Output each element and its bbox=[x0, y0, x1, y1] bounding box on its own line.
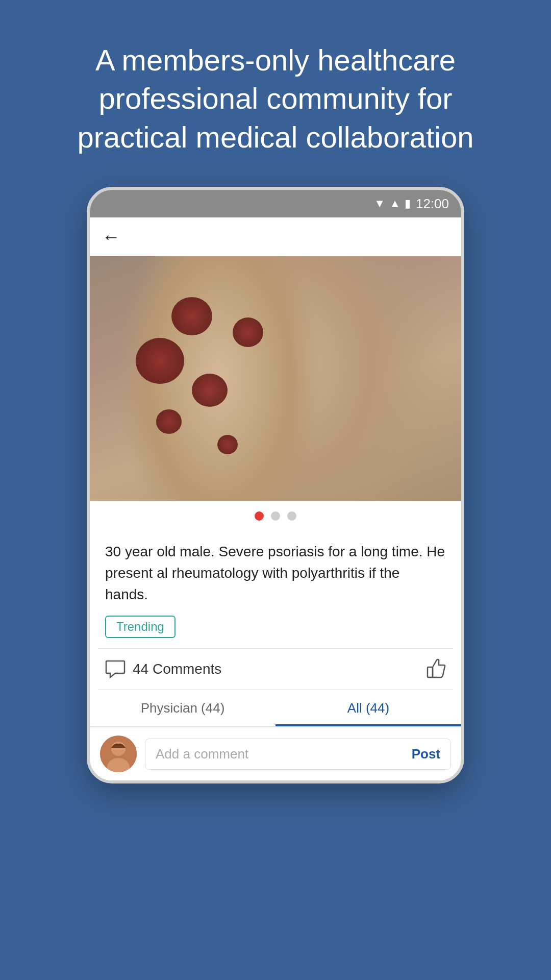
signal-icon: ▲ bbox=[389, 197, 400, 210]
tab-physician[interactable]: Physician (44) bbox=[90, 690, 276, 726]
indicator-3[interactable] bbox=[287, 511, 296, 521]
hero-text: A members-only healthcare professional c… bbox=[0, 0, 551, 187]
comments-row: 44 Comments bbox=[90, 649, 461, 690]
avatar bbox=[100, 736, 137, 772]
post-button[interactable]: Post bbox=[412, 746, 440, 762]
app-content: ← 30 year old male. Severe psoriasis for… bbox=[90, 217, 461, 780]
filter-tabs: Physician (44) All (44) bbox=[90, 690, 461, 727]
lesion-spot bbox=[156, 409, 182, 434]
svg-rect-0 bbox=[428, 667, 433, 677]
trending-tag[interactable]: Trending bbox=[105, 616, 176, 638]
wifi-icon: ▼ bbox=[374, 197, 385, 210]
lesion-spot bbox=[233, 317, 263, 347]
status-time: 12:00 bbox=[416, 196, 449, 212]
tab-all[interactable]: All (44) bbox=[276, 690, 461, 726]
comment-input-wrapper[interactable]: Add a comment Post bbox=[145, 739, 451, 770]
lesion-spot bbox=[136, 338, 184, 384]
indicator-1[interactable] bbox=[255, 511, 264, 521]
status-icons: ▼ ▲ ▮ bbox=[374, 197, 411, 210]
back-button[interactable]: ← bbox=[102, 226, 120, 248]
lesion-spot bbox=[171, 297, 212, 335]
battery-icon: ▮ bbox=[405, 197, 411, 210]
comment-placeholder: Add a comment bbox=[156, 746, 248, 762]
comments-count: 44 Comments bbox=[133, 661, 221, 677]
thumbs-up-button[interactable] bbox=[425, 658, 446, 680]
image-indicators bbox=[90, 501, 461, 531]
post-text: 30 year old male. Severe psoriasis for a… bbox=[105, 541, 446, 605]
comments-left: 44 Comments bbox=[105, 660, 221, 678]
post-content: 30 year old male. Severe psoriasis for a… bbox=[90, 531, 461, 648]
lesion-spot bbox=[192, 374, 228, 407]
medical-image bbox=[90, 256, 461, 501]
status-bar: ▼ ▲ ▮ 12:00 bbox=[90, 190, 461, 217]
comment-icon bbox=[105, 660, 126, 678]
skin-background bbox=[90, 256, 461, 501]
phone-mockup: ▼ ▲ ▮ 12:00 ← bbox=[87, 187, 464, 783]
add-comment-bar: Add a comment Post bbox=[90, 727, 461, 780]
indicator-2[interactable] bbox=[271, 511, 280, 521]
lesion-spot bbox=[217, 435, 238, 454]
nav-bar: ← bbox=[90, 217, 461, 256]
